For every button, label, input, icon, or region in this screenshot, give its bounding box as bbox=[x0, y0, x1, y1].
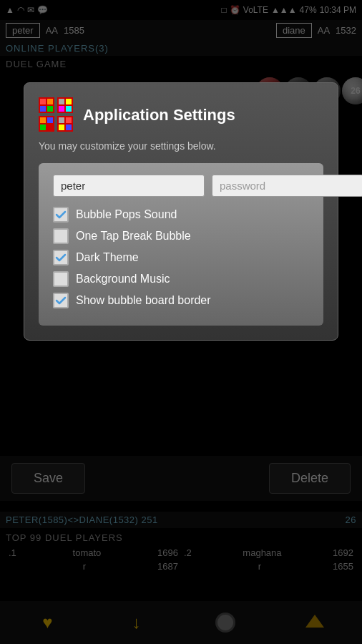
svg-rect-14 bbox=[47, 125, 53, 130]
bubble-border-label: Show bubble board border bbox=[76, 294, 211, 307]
svg-rect-18 bbox=[59, 125, 64, 130]
checkmark-icon bbox=[55, 252, 67, 263]
app-icon bbox=[39, 97, 74, 133]
checkbox-background-music-box[interactable] bbox=[53, 271, 69, 287]
settings-dialog: Application Settings You may customize y… bbox=[24, 82, 338, 341]
dialog-title: Application Settings bbox=[83, 106, 235, 125]
svg-rect-1 bbox=[40, 99, 46, 104]
svg-rect-9 bbox=[66, 106, 72, 112]
dark-theme-label: Dark Theme bbox=[76, 251, 139, 264]
svg-rect-19 bbox=[66, 125, 72, 130]
checkbox-one-tap-box[interactable] bbox=[53, 228, 69, 244]
checkmark-icon bbox=[55, 295, 67, 306]
dialog-inner: Bubble Pops Sound One Tap Break Bubble D… bbox=[39, 163, 323, 326]
checkmark-icon bbox=[55, 209, 67, 220]
svg-rect-4 bbox=[47, 106, 53, 112]
input-row bbox=[53, 175, 309, 197]
svg-rect-11 bbox=[40, 117, 46, 123]
dialog-header: Application Settings bbox=[39, 97, 323, 133]
password-input[interactable] bbox=[212, 175, 362, 197]
svg-rect-17 bbox=[66, 117, 72, 123]
svg-rect-2 bbox=[47, 99, 53, 104]
bubble-pops-label: Bubble Pops Sound bbox=[76, 208, 177, 221]
one-tap-label: One Tap Break Bubble bbox=[76, 230, 191, 243]
background-music-label: Background Music bbox=[76, 273, 170, 286]
settings-overlay: Application Settings You may customize y… bbox=[0, 0, 362, 644]
username-input[interactable] bbox=[53, 175, 205, 197]
svg-rect-12 bbox=[47, 117, 53, 123]
svg-rect-6 bbox=[59, 99, 64, 104]
checkbox-one-tap[interactable]: One Tap Break Bubble bbox=[53, 228, 309, 244]
svg-rect-8 bbox=[59, 106, 64, 112]
svg-rect-3 bbox=[40, 106, 46, 112]
dialog-subtitle: You may customize your settings below. bbox=[39, 140, 323, 152]
checkbox-dark-theme[interactable]: Dark Theme bbox=[53, 250, 309, 265]
checkbox-bubble-pops-box[interactable] bbox=[53, 207, 69, 223]
svg-rect-16 bbox=[59, 117, 64, 123]
checkbox-dark-theme-box[interactable] bbox=[53, 250, 69, 265]
svg-rect-13 bbox=[40, 125, 46, 130]
checkbox-bubble-pops[interactable]: Bubble Pops Sound bbox=[53, 207, 309, 223]
svg-rect-7 bbox=[66, 99, 72, 104]
checkbox-background-music[interactable]: Background Music bbox=[53, 271, 309, 287]
checkbox-bubble-border-box[interactable] bbox=[53, 293, 69, 308]
checkbox-bubble-border[interactable]: Show bubble board border bbox=[53, 293, 309, 308]
